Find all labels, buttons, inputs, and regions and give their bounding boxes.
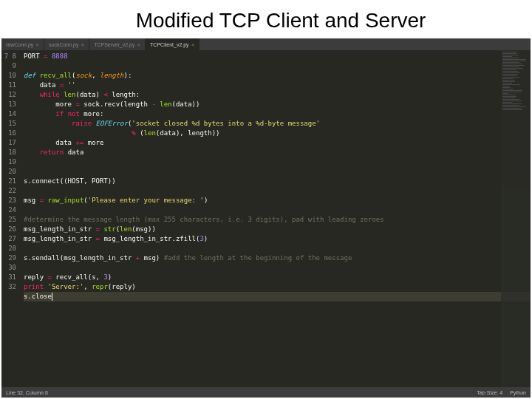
- tab-label: TCPClient_v2.py: [150, 42, 189, 47]
- code-line[interactable]: raise EOFError('socket closed %d bytes i…: [24, 119, 531, 129]
- code-line[interactable]: % (len(data), length)): [24, 129, 531, 138]
- close-icon[interactable]: ×: [81, 41, 85, 48]
- code-line[interactable]: [24, 167, 531, 177]
- code-line[interactable]: msg = raw_input('Please enter your messa…: [24, 196, 531, 205]
- code-line[interactable]: s.close: [24, 292, 531, 301]
- code-line[interactable]: [24, 157, 531, 167]
- code-line[interactable]: [24, 244, 531, 253]
- code-line[interactable]: more = sock.recv(length - len(data)): [24, 100, 531, 109]
- status-cursor-position[interactable]: Line 32, Column 8: [6, 390, 48, 395]
- code-line[interactable]: if not more:: [24, 109, 531, 119]
- code-line[interactable]: [24, 263, 531, 273]
- editor-tab[interactable]: rawConn.py×: [1, 38, 44, 50]
- code-line[interactable]: #determine the message length (max 255 c…: [24, 215, 531, 225]
- text-caret: [52, 293, 52, 301]
- editor-tab[interactable]: TCPServer_v2.py×: [89, 38, 146, 50]
- editor-tab[interactable]: TCPClient_v2.py×: [146, 38, 200, 50]
- code-line[interactable]: return data: [24, 148, 531, 157]
- code-line[interactable]: msg_length_in_str = str(len(msg)): [24, 225, 531, 234]
- slide-title: Modified TCP Client and Server: [0, 0, 532, 38]
- tab-label: rawConn.py: [6, 42, 33, 47]
- editor-tab-bar: rawConn.py×sockConn.py×TCPServer_v2.py×T…: [1, 38, 531, 50]
- code-line[interactable]: [24, 205, 531, 215]
- code-line[interactable]: data = '': [24, 81, 531, 90]
- tab-label: sockConn.py: [49, 42, 78, 47]
- status-item[interactable]: Tab Size: 4: [477, 390, 503, 395]
- line-number-gutter: 7 8 9 10 11 12 13 14 15 16 17 18 19 20 2…: [1, 50, 21, 387]
- close-icon[interactable]: ×: [191, 41, 195, 48]
- code-line[interactable]: s.connect((HOST, PORT)): [24, 177, 531, 186]
- tab-label: TCPServer_v2.py: [94, 42, 134, 47]
- code-line[interactable]: s.sendall(msg_length_in_str + msg) #add …: [24, 253, 531, 263]
- editor-tab[interactable]: sockConn.py×: [44, 38, 89, 50]
- code-line[interactable]: PORT = 8888: [24, 52, 531, 61]
- code-line[interactable]: def recv_all(sock, length):: [24, 71, 531, 81]
- minimap[interactable]: [501, 50, 531, 387]
- code-line[interactable]: print 'Server:', repr(reply): [24, 282, 531, 292]
- code-line[interactable]: msg_length_in_str = msg_length_in_str.zf…: [24, 234, 531, 244]
- code-editor: rawConn.py×sockConn.py×TCPServer_v2.py×T…: [1, 38, 531, 398]
- status-bar: Line 32, Column 8 Tab Size: 4Python: [1, 387, 531, 398]
- code-line[interactable]: data += more: [24, 138, 531, 148]
- editor-body: 7 8 9 10 11 12 13 14 15 16 17 18 19 20 2…: [1, 50, 531, 387]
- code-area[interactable]: PORT = 8888 def recv_all(sock, length): …: [21, 50, 531, 387]
- code-line[interactable]: reply = recv_all(s, 3): [24, 273, 531, 282]
- code-line[interactable]: [24, 61, 531, 71]
- code-line[interactable]: while len(data) < length:: [24, 90, 531, 100]
- code-line[interactable]: [24, 186, 531, 196]
- close-icon[interactable]: ×: [137, 41, 140, 48]
- status-item[interactable]: Python: [510, 390, 526, 395]
- close-icon[interactable]: ×: [35, 41, 39, 48]
